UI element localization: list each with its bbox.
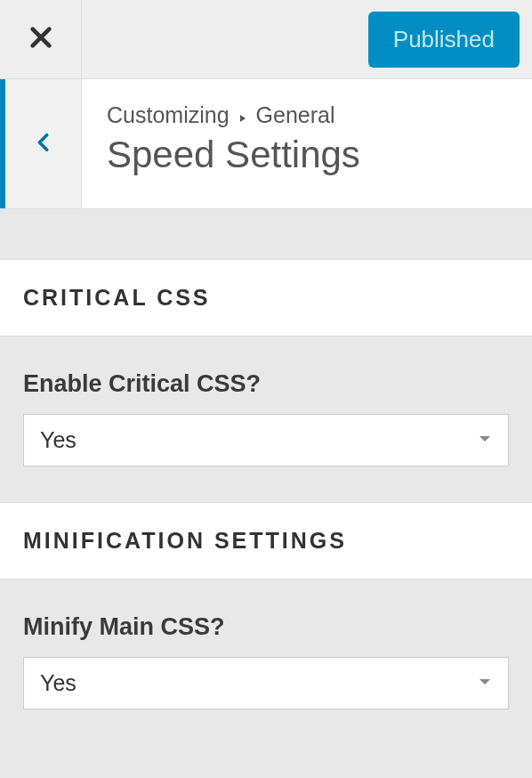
titlebar: Customizing General Speed Settings — [0, 79, 532, 209]
control-minify-css: Minify Main CSS? Yes — [0, 579, 532, 745]
back-button[interactable] — [0, 79, 82, 208]
control-critical-css: Enable Critical CSS? Yes — [0, 336, 532, 502]
select-value-critical-css: Yes — [23, 414, 509, 466]
topbar: Published — [0, 0, 532, 79]
spacer — [0, 209, 532, 259]
breadcrumb-separator-icon — [238, 102, 247, 128]
breadcrumb: Customizing General — [107, 102, 507, 128]
publish-button[interactable]: Published — [368, 12, 520, 68]
page-title: Speed Settings — [107, 134, 507, 176]
title-content: Customizing General Speed Settings — [82, 79, 532, 208]
select-value-minify-css: Yes — [23, 657, 509, 709]
control-label-minify-css: Minify Main CSS? — [23, 613, 509, 641]
section-header-minification: MINIFICATION SETTINGS — [0, 502, 532, 579]
breadcrumb-section: General — [256, 102, 335, 128]
select-minify-css[interactable]: Yes — [23, 657, 509, 709]
select-critical-css[interactable]: Yes — [23, 414, 509, 466]
section-header-critical-css: CRITICAL CSS — [0, 259, 532, 336]
chevron-left-icon — [34, 133, 53, 156]
breadcrumb-root: Customizing — [107, 102, 230, 128]
close-icon — [28, 25, 53, 53]
close-button[interactable] — [0, 0, 82, 78]
control-label-critical-css: Enable Critical CSS? — [23, 370, 509, 398]
